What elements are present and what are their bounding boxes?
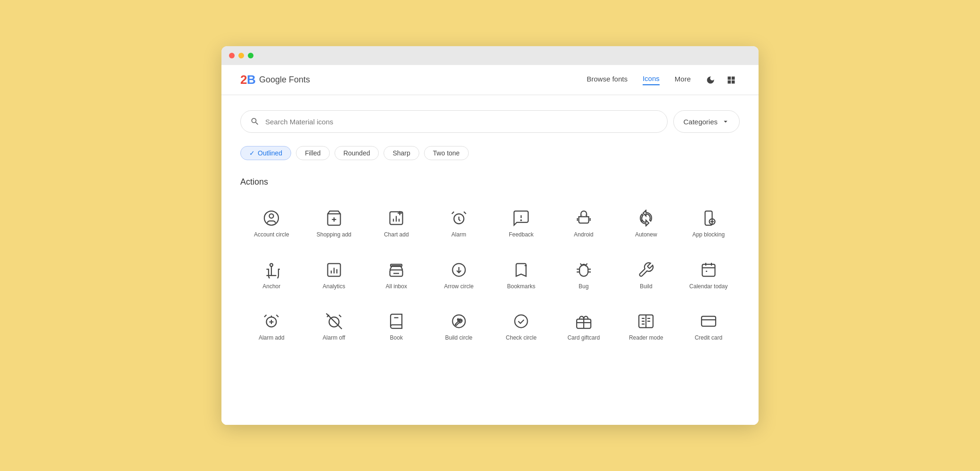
icon-build[interactable]: Build [615,252,678,300]
alarm-off-icon [326,313,343,330]
arrow-circle-icon [450,261,467,278]
icon-shopping-add[interactable]: Shopping add [303,200,366,248]
nav-links: Browse fonts Icons More [587,74,691,85]
icon-feedback[interactable]: Feedback [490,200,553,248]
icon-reader-mode[interactable]: Reader mode [615,303,678,351]
icon-calendar-today[interactable]: Calendar today [678,252,740,300]
chip-twotone[interactable]: Two tone [424,146,469,160]
icon-all-inbox[interactable]: All inbox [365,252,428,300]
chip-rounded[interactable]: Rounded [335,146,379,160]
book-icon [388,313,405,330]
icon-autonew[interactable]: Autonew [615,200,678,248]
icon-autonew-label: Autonew [635,231,657,239]
svg-rect-63 [702,317,716,326]
icon-app-blocking-label: App blocking [692,231,725,239]
alarm-icon [450,210,467,227]
svg-rect-42 [702,264,715,276]
svg-point-20 [581,215,582,216]
bug-icon [575,261,592,278]
icon-account-circle-label: Account circle [254,231,289,239]
icon-analytics-label: Analytics [323,283,345,291]
app-blocking-icon [700,210,717,227]
icon-android[interactable]: Android [553,200,615,248]
anchor-icon [263,261,280,278]
icon-reader-mode-label: Reader mode [629,334,663,342]
build-circle-icon [450,313,467,330]
icon-all-inbox-label: All inbox [386,283,407,291]
icon-bookmarks-label: Bookmarks [507,283,535,291]
chip-sharp[interactable]: Sharp [384,146,419,160]
categories-button[interactable]: Categories [673,110,740,133]
icon-book[interactable]: Book [365,303,428,351]
icon-credit-card[interactable]: Credit card [678,303,740,351]
icon-build-circle-label: Build circle [445,334,473,342]
svg-text:B: B [247,73,255,87]
search-input-wrap [240,110,668,133]
android-icon [575,210,592,227]
feedback-icon [513,210,530,227]
browser-maximize-dot[interactable] [248,53,253,58]
search-input[interactable] [265,118,658,126]
card-giftcard-icon [575,313,592,330]
nav-icons[interactable]: Icons [643,74,660,85]
chip-outlined-label: Outlined [258,149,282,157]
chip-filled[interactable]: Filled [296,146,329,160]
app-container: 2 B Google Fonts Browse fonts Icons More [221,65,759,425]
chip-outlined[interactable]: ✓ Outlined [240,146,291,160]
icon-check-circle[interactable]: Check circle [490,303,553,351]
bookmarks-icon [513,261,530,278]
icon-arrow-circle[interactable]: Arrow circle [428,252,490,300]
search-icon [250,117,260,126]
all-inbox-icon [388,261,405,278]
svg-point-53 [515,315,528,328]
browser-chrome [221,46,759,65]
icon-bookmarks[interactable]: Bookmarks [490,252,553,300]
icon-app-blocking[interactable]: App blocking [678,200,740,248]
chevron-down-icon [721,117,730,126]
icon-build-circle[interactable]: Build circle [428,303,490,351]
categories-label: Categories [683,118,718,126]
header: 2 B Google Fonts Browse fonts Icons More [221,65,759,95]
icon-alarm-label: Alarm [451,231,466,239]
svg-point-25 [270,263,273,266]
icons-row-3: Alarm add Alarm off [240,303,740,351]
svg-line-41 [586,263,587,265]
chip-rounded-label: Rounded [343,149,370,157]
header-icons [702,72,740,89]
icon-chart-add[interactable]: Chart add [365,200,428,248]
icon-anchor[interactable]: Anchor [240,252,303,300]
icon-check-circle-label: Check circle [506,334,537,342]
icon-card-giftcard[interactable]: Card giftcard [553,303,615,351]
alarm-add-icon [263,313,280,330]
icon-analytics[interactable]: Analytics [303,252,366,300]
chip-twotone-label: Two tone [433,149,460,157]
browser-minimize-dot[interactable] [238,53,244,58]
icon-alarm-off-label: Alarm off [323,334,345,342]
icon-alarm-add[interactable]: Alarm add [240,303,303,351]
chip-sharp-label: Sharp [392,149,410,157]
svg-point-21 [585,215,586,216]
icon-card-giftcard-label: Card giftcard [567,334,600,342]
shopping-add-icon [326,210,343,227]
nav-more[interactable]: More [675,75,691,85]
grid-icon [727,75,736,85]
svg-text:2: 2 [240,73,247,87]
filter-chips: ✓ Outlined Filled Rounded Sharp Two tone [240,146,740,160]
icon-bug[interactable]: Bug [553,252,615,300]
browser-close-dot[interactable] [229,53,235,58]
svg-line-40 [580,263,581,265]
icon-calendar-today-label: Calendar today [689,283,727,291]
icon-bug-label: Bug [579,283,588,291]
check-circle-icon [513,313,530,330]
chart-add-icon [388,210,405,227]
icon-alarm-off[interactable]: Alarm off [303,303,366,351]
svg-rect-22 [705,211,712,225]
icon-alarm[interactable]: Alarm [428,200,490,248]
dark-mode-button[interactable] [702,72,719,89]
icon-account-circle[interactable]: Account circle [240,200,303,248]
autonew-icon [637,210,654,227]
grid-view-button[interactable] [723,72,740,89]
chip-filled-label: Filled [305,149,320,157]
browser-window: 2 B Google Fonts Browse fonts Icons More [221,46,759,425]
nav-browse-fonts[interactable]: Browse fonts [587,75,628,85]
